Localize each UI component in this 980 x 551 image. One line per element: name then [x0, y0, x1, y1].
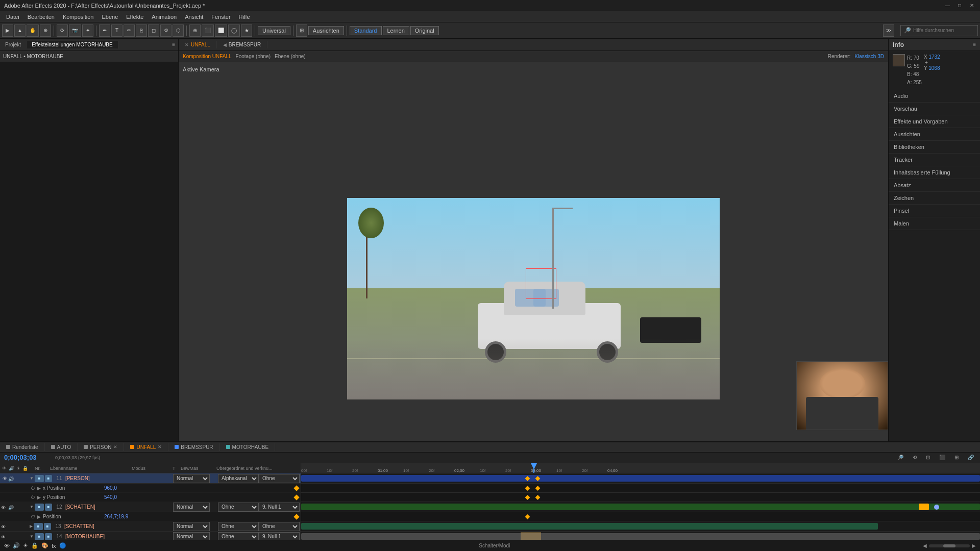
tool-light[interactable]: ✦ — [82, 24, 93, 37]
view-mode-selector[interactable]: Universal — [258, 26, 290, 35]
time-display[interactable]: 0;00;03;03 — [4, 454, 50, 461]
status-nav-right[interactable]: ▶ — [972, 543, 976, 548]
audio-12[interactable]: 🔊 — [8, 504, 15, 510]
menu-datei[interactable]: Datei — [2, 13, 23, 21]
panel-menu-btn[interactable]: ≡ — [169, 42, 178, 47]
tool-move-behind[interactable]: ⬛ — [202, 24, 214, 37]
expand-11[interactable]: ▼ — [30, 476, 34, 481]
expand-13[interactable]: ▶ — [30, 524, 33, 529]
expand-12[interactable]: ▼ — [30, 505, 34, 509]
menu-ebene[interactable]: Ebene — [97, 13, 122, 21]
layer-row-12[interactable]: 👁 🔊 ▼ ■ ■ 12 [SCHATTEN] Normal Ohne 9. N… — [0, 502, 301, 512]
tab-projekt[interactable]: Projekt — [0, 41, 27, 48]
stopwatch-x-11[interactable]: ⏱ — [31, 486, 35, 491]
stopwatch-pos-12[interactable]: ⏱ — [31, 514, 35, 519]
tab-unfall[interactable]: ✕ UNFALL — [179, 41, 217, 48]
info-preview[interactable]: Vorschau — [889, 103, 980, 115]
kf-x-11[interactable] — [525, 486, 530, 491]
kf-pos-12[interactable] — [525, 514, 530, 519]
menu-bearbeiten[interactable]: Bearbeiten — [23, 13, 59, 21]
info-audio[interactable]: Audio — [889, 90, 980, 103]
close-button[interactable]: ✕ — [968, 2, 976, 10]
tab-effekteinstellungen[interactable]: Effekteinstellungen MOTORHAUBE — [27, 41, 118, 48]
kf-y-11-2[interactable] — [535, 495, 541, 500]
tab-person-close[interactable]: ✕ — [113, 444, 117, 449]
info-brush[interactable]: Pinsel — [889, 205, 980, 217]
prop-value-x-11[interactable]: 960,0 — [104, 485, 117, 491]
menu-hilfe[interactable]: Hilfe — [235, 13, 254, 21]
uber-13[interactable]: Ohne — [259, 522, 300, 531]
uber-12[interactable]: 9. Null 1 — [259, 503, 300, 512]
tool-puppet[interactable]: ⬡ — [173, 24, 184, 37]
tool-ellipse[interactable]: ◯ — [228, 24, 240, 37]
vis-11[interactable]: 👁 — [1, 476, 8, 481]
search-input[interactable] — [913, 28, 974, 33]
tool-rect[interactable]: ⬜ — [215, 24, 227, 37]
menu-komposition[interactable]: Komposition — [59, 13, 98, 21]
switch-modes-label[interactable]: Schalter/Modi — [479, 543, 510, 548]
renderer-value[interactable]: Klassisch 3D — [854, 54, 884, 59]
tool-pen[interactable]: ✒ — [99, 24, 110, 37]
tl-ctrl2[interactable]: ⊡ — [924, 454, 932, 461]
tool-zoom[interactable]: ⊕ — [40, 24, 51, 37]
minimize-button[interactable]: — — [943, 2, 951, 10]
tab-renderliste[interactable]: Renderliste — [0, 443, 45, 451]
info-paragraph[interactable]: Absatz — [889, 179, 980, 192]
menu-effekte[interactable]: Effekte — [122, 13, 148, 21]
tool-brush[interactable]: ✏ — [124, 24, 135, 37]
learn-label[interactable]: Lernen — [383, 26, 409, 35]
tab-bremsspur[interactable]: ◀ BREMSSPUR — [217, 41, 267, 48]
info-tracker[interactable]: Tracker — [889, 154, 980, 166]
tab-motorhaube-tl[interactable]: MOTORHAUBE — [220, 443, 276, 451]
tool-clone[interactable]: ⎘ — [136, 24, 147, 37]
tool-polystar[interactable]: ★ — [241, 24, 252, 37]
prop-value-y-11[interactable]: 540,0 — [104, 494, 117, 500]
tab-person[interactable]: PERSON ✕ — [78, 443, 124, 451]
layer-row-13[interactable]: 👁 ▶ ■ ■ 13 [SCHATTEN] Normal Ohne Ohne — [0, 521, 301, 532]
info-character[interactable]: Zeichen — [889, 192, 980, 205]
workspace-label[interactable]: Standard — [350, 26, 382, 35]
tl-ctrl3[interactable]: ⬛ — [937, 454, 947, 461]
tl-ctrl1[interactable]: ⟲ — [911, 454, 919, 461]
vis-14[interactable]: 👁 — [1, 534, 8, 540]
tl-ctrl4[interactable]: ⊞ — [952, 454, 961, 461]
tool-eraser[interactable]: ◻ — [148, 24, 159, 37]
tool-anchor[interactable]: ⊕ — [189, 24, 201, 37]
bewmas-12[interactable]: Ohne — [218, 503, 259, 512]
menu-ansicht[interactable]: Ansicht — [181, 13, 207, 21]
prop-value-pos-12[interactable]: 264,7;19,9 — [104, 514, 128, 519]
info-effects[interactable]: Effekte und Vorgaben — [889, 115, 980, 128]
tab-bremsspur-tl[interactable]: BREMSSPUR — [168, 443, 219, 451]
tab-unfall-tl-close[interactable]: ✕ — [158, 444, 162, 449]
layer-row-11[interactable]: 👁 🔊 ▼ ■ ■ 11 [PERSON] Normal Alphakanal … — [0, 473, 301, 484]
mode-13[interactable]: Normal — [173, 522, 210, 531]
mode-12[interactable]: Normal — [173, 503, 210, 512]
tab-unfall-close[interactable]: ✕ — [185, 42, 189, 47]
tab-auto[interactable]: AUTO — [45, 443, 78, 451]
tool-select[interactable]: ▶ — [2, 24, 13, 37]
info-paint[interactable]: Malen — [889, 217, 980, 230]
menu-animation[interactable]: Animation — [148, 13, 181, 21]
tool-text[interactable]: T — [111, 24, 122, 37]
tool-hand[interactable]: ✋ — [27, 24, 39, 37]
uber-11[interactable]: Ohne — [259, 474, 300, 483]
stopwatch-y-11[interactable]: ⏱ — [31, 495, 35, 500]
tool-rotate[interactable]: ⟳ — [57, 24, 68, 37]
info-content-fill[interactable]: Inhaltsbasierte Füllung — [889, 166, 980, 179]
tool-camera[interactable]: 📷 — [69, 24, 81, 37]
info-libraries[interactable]: Bibliotheken — [889, 141, 980, 154]
status-nav-left[interactable]: ◀ — [923, 543, 927, 548]
snap-label[interactable]: Ausrichten — [308, 26, 344, 35]
kf-x-11-2[interactable] — [535, 486, 541, 491]
tool-arrow[interactable]: ▲ — [14, 24, 26, 37]
expand-btn[interactable]: ≫ — [883, 24, 894, 37]
search-layers-btn[interactable]: 🔎 — [895, 454, 905, 461]
expand-14[interactable]: ▼ — [30, 534, 34, 539]
kf-icon-x-11[interactable] — [295, 485, 299, 491]
info-menu-btn[interactable]: ≡ — [973, 42, 976, 47]
kf-y-11[interactable] — [525, 495, 530, 500]
info-align[interactable]: Ausrichten — [889, 128, 980, 141]
original-label[interactable]: Original — [410, 26, 439, 35]
tl-ctrl5[interactable]: 🔗 — [966, 454, 976, 461]
bewmas-11[interactable]: Alphakanal — [218, 474, 259, 483]
